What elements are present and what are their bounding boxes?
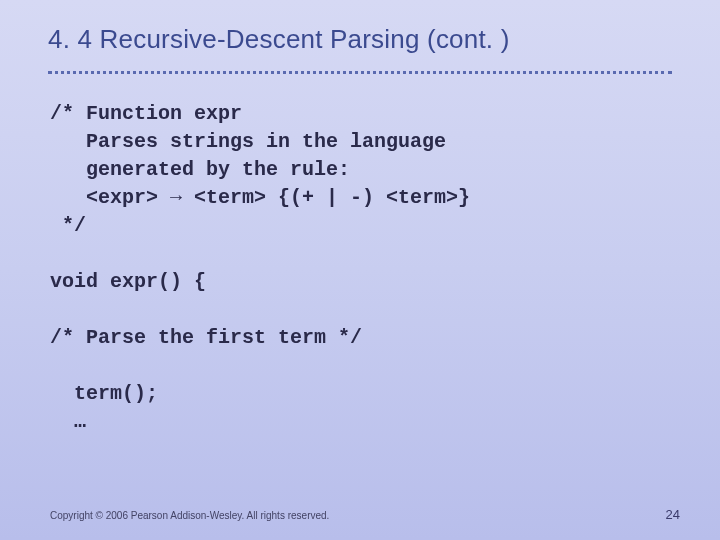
code-block: /* Function expr Parses strings in the l… [0,74,720,436]
footer: Copyright © 2006 Pearson Addison-Wesley.… [50,507,680,522]
slide-title: 4. 4 Recursive-Descent Parsing (cont. ) [0,0,720,63]
copyright-text: Copyright © 2006 Pearson Addison-Wesley.… [50,510,329,521]
page-number: 24 [666,507,680,522]
slide: 4. 4 Recursive-Descent Parsing (cont. ) … [0,0,720,540]
